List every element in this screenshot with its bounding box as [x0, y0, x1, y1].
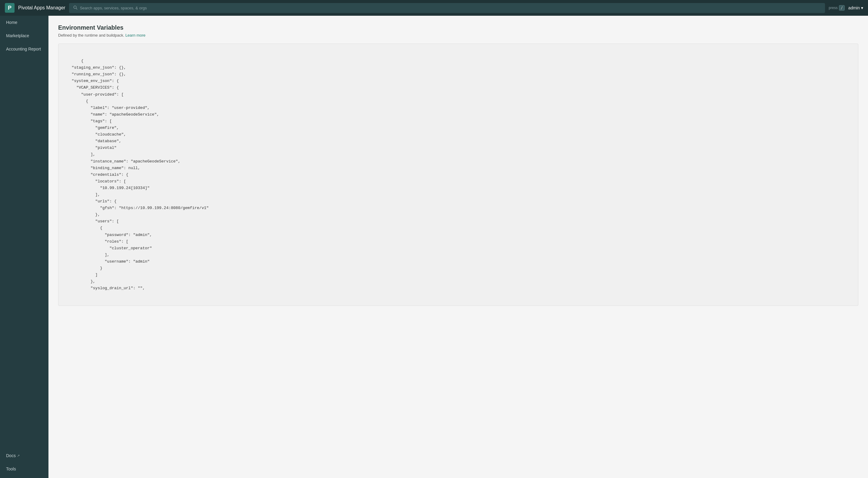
sidebar: Home Marketplace Accounting Report Docs … — [0, 16, 49, 478]
topnav: P Pivotal Apps Manager press / admin ▾ — [0, 0, 868, 16]
search-bar-container — [69, 3, 825, 13]
app-title: Pivotal Apps Manager — [18, 5, 65, 10]
page-title: Environment Variables — [58, 24, 858, 31]
external-link-icon: ↗ — [17, 454, 20, 458]
user-menu[interactable]: admin ▾ — [848, 5, 863, 10]
app-logo[interactable]: P — [5, 3, 14, 13]
press-hint: press / — [829, 5, 845, 10]
search-icon — [73, 5, 78, 10]
svg-line-1 — [76, 8, 77, 9]
sidebar-item-docs[interactable]: Docs ↗ — [0, 449, 49, 462]
sidebar-item-home[interactable]: Home — [0, 16, 49, 29]
main-content: Environment Variables Defined by the run… — [49, 16, 868, 478]
sidebar-item-marketplace[interactable]: Marketplace — [0, 29, 49, 42]
user-label: admin — [848, 5, 860, 10]
chevron-down-icon: ▾ — [861, 5, 863, 10]
page-subtitle: Defined by the runtime and buildpack. Le… — [58, 33, 858, 37]
sidebar-item-accounting-report[interactable]: Accounting Report — [0, 42, 49, 56]
sidebar-item-tools[interactable]: Tools — [0, 462, 49, 476]
env-variables-box: { "staging_env_json": {}, "running_env_j… — [58, 43, 858, 306]
search-input[interactable] — [80, 6, 821, 10]
learn-more-link[interactable]: Learn more — [125, 33, 145, 37]
